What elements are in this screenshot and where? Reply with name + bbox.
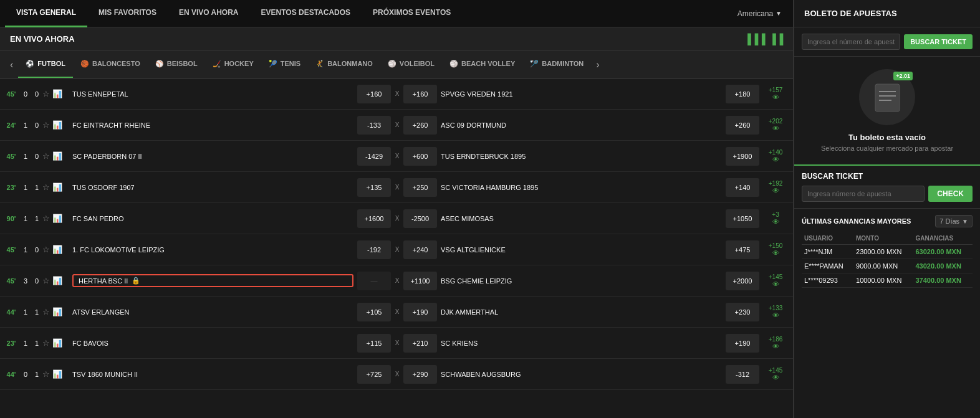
odd1-button[interactable]: -192 (357, 240, 391, 259)
favorite-icon[interactable]: ☆ (42, 214, 50, 223)
tab-balonmano[interactable]: 🤾 BALONMANO (308, 51, 380, 78)
buscar-ticket-button[interactable]: BUSCAR TICKET (904, 34, 973, 49)
stats-icon[interactable]: 📊 (52, 245, 62, 254)
team2-name: ASEC MIMOSAS (438, 215, 724, 222)
match-icons: ☆ 📊 (42, 276, 70, 285)
odd-x-button[interactable]: +290 (403, 365, 437, 384)
odd2-button[interactable]: +1050 (726, 209, 759, 228)
odd2-button[interactable]: +260 (726, 116, 759, 135)
odd2-button[interactable]: +475 (726, 240, 759, 259)
odd2-button[interactable]: +1900 (726, 147, 759, 166)
tab-tenis[interactable]: 🎾 TENIS (261, 51, 308, 78)
team1-name: TSV 1860 MUNICH II (72, 371, 138, 378)
odd-x-button[interactable]: +190 (403, 303, 437, 321)
odd-x-button[interactable]: +600 (403, 147, 437, 166)
odd-x-button[interactable]: +240 (403, 240, 437, 259)
odd2-button[interactable]: +190 (726, 334, 759, 353)
more-odds[interactable]: +186 👁 (761, 336, 790, 350)
check-button[interactable]: CHECK (928, 186, 973, 202)
odd2-button[interactable]: -312 (726, 365, 759, 384)
nav-mis-favoritos[interactable]: MIS FAVORITOS (87, 0, 168, 27)
tab-futbol[interactable]: ⚽ FUTBOL (18, 51, 73, 78)
stats-icon[interactable]: 📊 (52, 120, 62, 130)
stats-icon[interactable]: 📊 (52, 89, 62, 98)
odd1-button[interactable]: +105 (357, 303, 391, 321)
match-icons: ☆ 📊 (42, 120, 70, 130)
more-odds[interactable]: +3 👁 (761, 211, 790, 226)
more-odds[interactable]: +202 👁 (761, 118, 790, 132)
sport-tabs-prev[interactable]: ‹ (5, 59, 18, 70)
match-minute: 90' (2, 215, 20, 222)
sport-tabs-next[interactable]: › (591, 59, 604, 70)
odd1-button[interactable]: -1429 (357, 147, 391, 166)
odd2-button[interactable]: +140 (726, 178, 759, 197)
favorite-icon[interactable]: ☆ (42, 120, 50, 130)
odd-x-button[interactable]: +260 (403, 116, 437, 135)
stats-icon[interactable]: 📊 (52, 307, 62, 316)
odd1-button[interactable]: +160 (357, 85, 391, 103)
grid-view-icon[interactable]: ▐▐ (769, 34, 783, 45)
nav-proximos-eventos[interactable]: PRÓXIMOS EVENTOS (362, 0, 462, 27)
ganancias-ganancia: 43020.00 MXN (913, 259, 973, 273)
odd1-button[interactable]: +1600 (357, 209, 391, 228)
score2: 0 (31, 277, 42, 285)
odd-x-button[interactable]: +160 (403, 85, 437, 103)
stats-icon[interactable]: 📊 (52, 338, 62, 348)
odd1-button[interactable]: -133 (357, 116, 391, 135)
score2: 1 (31, 340, 42, 347)
stats-icon[interactable]: 📊 (52, 276, 62, 285)
buscar-ticket-input[interactable] (802, 186, 925, 202)
odd2-button[interactable]: +180 (726, 85, 759, 103)
favorite-icon[interactable]: ☆ (42, 245, 50, 254)
odd1-button[interactable]: +135 (357, 178, 391, 197)
favorite-icon[interactable]: ☆ (42, 369, 50, 379)
eye-icon: 👁 (772, 218, 779, 226)
more-odds[interactable]: +145 👁 (761, 367, 790, 381)
eye-icon: 👁 (772, 311, 779, 319)
more-odds[interactable]: +140 👁 (761, 149, 790, 163)
nav-eventos-destacados[interactable]: EVENTOS DESTACADOS (250, 0, 362, 27)
favorite-icon[interactable]: ☆ (42, 276, 50, 285)
odd1-button[interactable]: +725 (357, 365, 391, 384)
favorite-icon[interactable]: ☆ (42, 338, 50, 348)
favorite-icon[interactable]: ☆ (42, 183, 50, 192)
odd-x-button[interactable]: -2500 (403, 209, 437, 228)
stats-icon[interactable]: 📊 (52, 214, 62, 223)
ganancias-title: ÚLTIMAS GANANCIAS MAYORES (802, 217, 911, 225)
favorite-icon[interactable]: ☆ (42, 307, 50, 316)
list-view-icon[interactable]: ▐▐▐ (744, 34, 765, 45)
tab-beach-volley[interactable]: 🏐 BEACH VOLLEY (442, 51, 522, 78)
tab-hockey[interactable]: 🏒 HOCKEY (205, 51, 261, 78)
odds-format-selector[interactable]: Americana ▼ (731, 9, 788, 18)
odd-x-button[interactable]: +250 (403, 178, 437, 197)
match-icons: ☆ 📊 (42, 214, 70, 223)
odd-x-button[interactable]: +210 (403, 334, 437, 353)
odd2-button[interactable]: +2000 (726, 272, 759, 290)
more-odds[interactable]: +145 👁 (761, 273, 790, 288)
odd2-button[interactable]: +230 (726, 303, 759, 321)
tab-baloncesto[interactable]: 🏀 BALONCESTO (73, 51, 148, 78)
tab-voleibol[interactable]: 🏐 VOLEIBOL (380, 51, 442, 78)
nav-vista-general[interactable]: VISTA GENERAL (5, 0, 87, 27)
eye-icon: 👁 (772, 187, 779, 194)
nav-en-vivo-ahora[interactable]: EN VIVO AHORA (168, 0, 250, 27)
table-row: 45' 0 0 ☆ 📊 TUS ENNEPETAL +160 X +160 SP… (0, 78, 793, 110)
tab-badminton[interactable]: 🏸 BADMINTON (522, 51, 591, 78)
favorite-icon[interactable]: ☆ (42, 151, 50, 161)
favorite-icon[interactable]: ☆ (42, 89, 50, 98)
ticket-number-input[interactable] (802, 34, 900, 50)
stats-icon[interactable]: 📊 (52, 369, 62, 379)
odd-x-button[interactable]: +1100 (403, 272, 437, 290)
more-odds[interactable]: +150 👁 (761, 242, 790, 257)
stats-icon[interactable]: 📊 (52, 183, 62, 192)
ganancias-filter[interactable]: 7 Días ▼ (935, 215, 973, 227)
score1: 1 (20, 308, 31, 316)
more-odds[interactable]: +157 👁 (761, 87, 790, 101)
more-odds[interactable]: +133 👁 (761, 305, 790, 319)
tab-beisbol[interactable]: ⚾ BEISBOL (148, 51, 205, 78)
live-bar: EN VIVO AHORA ▐▐▐ ▐▐ (0, 27, 793, 51)
more-odds[interactable]: +192 👁 (761, 180, 790, 194)
stats-icon[interactable]: 📊 (52, 151, 62, 161)
ticket-empty-subtitle: Selecciona cualquier mercado para aposta… (821, 145, 953, 152)
odd1-button[interactable]: +115 (357, 334, 391, 353)
